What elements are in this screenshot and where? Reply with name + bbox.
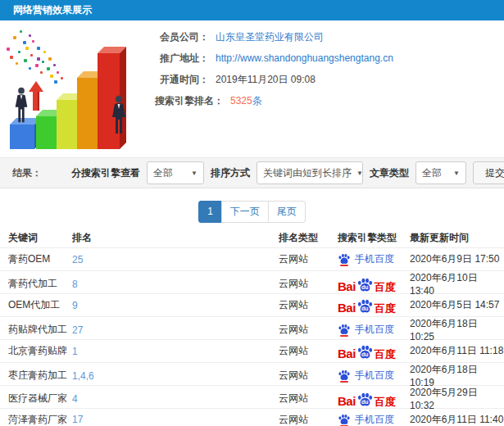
rank-link[interactable]: 17 <box>72 414 279 425</box>
baidu-paw-icon: du <box>356 276 374 292</box>
page-1-button[interactable]: 1 <box>198 201 222 223</box>
baidu-logo-bai: Bai <box>338 395 356 407</box>
keyword-rank-table: 关键词 排名 排名类型 搜索引擎类型 最新更新时间 膏药OEM 25 云网站 手… <box>0 228 504 426</box>
baidu-paw-icon <box>338 252 351 266</box>
page-title: 网络营销效果展示 <box>13 4 92 16</box>
confetti-dot <box>37 57 40 61</box>
keyword-cell: 膏药OEM <box>8 252 72 266</box>
confetti-dot <box>13 36 16 39</box>
chart-bar-4 <box>77 78 98 149</box>
update-time-cell: 2020年6月9日 17:50 <box>410 252 504 266</box>
businessman-figure-left <box>12 87 30 125</box>
sort-filter-select[interactable]: 关键词由短到长排序 ▼ <box>257 161 363 184</box>
mobile-baidu-badge: 手机百度 <box>338 413 394 426</box>
confetti-dot <box>20 30 22 33</box>
baidu-paw-icon: du <box>356 343 374 360</box>
rank-link[interactable]: 8 <box>72 279 279 290</box>
table-row: 膏药代加工 8 云网站 Bai du 百度 2020年6月10日 13:40 <box>0 270 504 293</box>
confetti-dot <box>42 61 44 63</box>
update-time-cell: 2020年6月11日 11:18 <box>410 344 504 358</box>
keyword-cell: 菏泽膏药厂家 <box>8 413 72 426</box>
keyword-cell: 膏药代加工 <box>8 277 72 291</box>
baidu-paw-icon: du <box>356 391 374 407</box>
update-time-cell: 2020年6月18日 10:19 <box>410 363 504 388</box>
engine-cell: Bai du 百度 <box>338 343 410 360</box>
promo-url-link[interactable]: http://www.shandonghuangshengtang.cn <box>216 52 393 64</box>
rank-type-cell: 云网站 <box>279 369 338 383</box>
rank-type-cell: 云网站 <box>279 392 338 406</box>
engine-filter-select[interactable]: 全部 ▼ <box>147 161 204 184</box>
next-page-button[interactable]: 下一页 <box>221 201 269 223</box>
table-header-row: 关键词 排名 排名类型 搜索引擎类型 最新更新时间 <box>0 228 504 247</box>
rank-link[interactable]: 1 <box>72 346 279 357</box>
chart-bar-3 <box>57 100 77 149</box>
confetti-dot <box>35 64 39 67</box>
mobile-baidu-label: 手机百度 <box>355 323 394 337</box>
submit-button[interactable]: 提交 <box>473 161 504 184</box>
table-row: 枣庄膏药加工 1,4,6 云网站 手机百度 2020年6月18日 10:19 <box>0 362 504 385</box>
update-time-cell: 2020年5月29日 10:32 <box>410 386 504 411</box>
article-type-value: 全部 <box>422 166 442 180</box>
rank-link[interactable]: 4 <box>72 393 279 405</box>
engine-filter-value: 全部 <box>153 166 173 180</box>
confetti-dot <box>29 67 31 70</box>
baidu-logo-baidu: 百度 <box>375 349 396 360</box>
baidu-paw-icon <box>338 323 351 337</box>
update-time-cell: 2020年6月10日 13:40 <box>410 271 504 297</box>
confetti-dot <box>47 67 50 70</box>
confetti-dot <box>54 80 57 84</box>
confetti-dot <box>48 57 52 61</box>
company-link[interactable]: 山东皇圣堂药业有限公司 <box>216 30 324 44</box>
rank-type-cell: 云网站 <box>279 252 338 266</box>
baidu-logo-baidu: 百度 <box>375 397 396 407</box>
update-time-cell: 2020年6月5日 14:57 <box>410 298 504 312</box>
confetti-dot <box>40 71 43 74</box>
confetti-dot <box>29 34 31 37</box>
confetti-dot <box>37 47 40 50</box>
mobile-baidu-badge: 手机百度 <box>338 252 394 266</box>
baidu-logo-du: du <box>361 351 369 357</box>
chart-bar-1 <box>10 125 34 149</box>
table-row: 北京膏药贴牌 1 云网站 Bai du 百度 2020年6月11日 11:18 <box>0 339 504 362</box>
baidu-paw-icon <box>338 369 351 383</box>
baidu-paw-icon <box>338 413 351 426</box>
member-info-panel: 会员公司： 山东皇圣堂药业有限公司 推广地址： http://www.shand… <box>152 29 504 115</box>
table-row: OEM代加工 9 云网站 Bai du 百度 2020年6月5日 14:57 <box>0 293 504 316</box>
baidu-logo-du: du <box>361 399 369 405</box>
chevron-down-icon: ▼ <box>356 170 363 177</box>
confetti-dot <box>7 48 10 51</box>
chart-bar-2 <box>36 116 57 149</box>
header-engine-type: 搜索引擎类型 <box>338 231 410 245</box>
table-row: 药贴牌代加工 27 云网站 手机百度 2020年6月18日 10:25 <box>0 316 504 339</box>
sort-filter-value: 关键词由短到长排序 <box>263 166 352 180</box>
article-type-select[interactable]: 全部 ▼ <box>415 161 466 184</box>
confetti-dot <box>10 56 13 59</box>
baidu-logo-du: du <box>361 306 369 311</box>
chevron-down-icon: ▼ <box>453 170 460 177</box>
rank-link[interactable]: 1,4,6 <box>72 370 279 382</box>
engine-cell: Bai du 百度 <box>338 391 410 407</box>
open-time-label: 开通时间： <box>152 73 209 87</box>
rank-type-cell: 云网站 <box>279 277 338 291</box>
info-row-company: 会员公司： 山东皇圣堂药业有限公司 <box>152 29 504 44</box>
baidu-logo: Bai du 百度 <box>338 391 396 407</box>
last-page-button[interactable]: 尾页 <box>268 201 306 223</box>
growth-bar-chart-graphic <box>0 25 148 156</box>
engine-rank-unit: 条 <box>252 95 262 106</box>
baidu-logo: Bai du 百度 <box>338 297 396 314</box>
baidu-logo-baidu: 百度 <box>375 303 396 314</box>
rank-link[interactable]: 9 <box>72 300 279 311</box>
filter-bar: 结果： 分搜索引擎查看 全部 ▼ 排序方式 关键词由短到长排序 ▼ 文章类型 全… <box>0 157 504 188</box>
engine-rank-value: 5325条 <box>230 94 262 108</box>
confetti-dot <box>61 77 63 79</box>
engine-cell: 手机百度 <box>338 323 410 337</box>
rank-link[interactable]: 27 <box>72 324 279 336</box>
baidu-logo-bai: Bai <box>338 347 356 360</box>
mobile-baidu-label: 手机百度 <box>355 413 394 426</box>
confetti-dot <box>57 71 59 74</box>
pagination: 1 下一页 尾页 <box>0 201 504 223</box>
mobile-baidu-label: 手机百度 <box>355 252 394 266</box>
promo-url-label: 推广地址： <box>152 52 209 66</box>
rank-link[interactable]: 25 <box>72 254 279 265</box>
sort-filter-label: 排序方式 <box>211 166 250 180</box>
